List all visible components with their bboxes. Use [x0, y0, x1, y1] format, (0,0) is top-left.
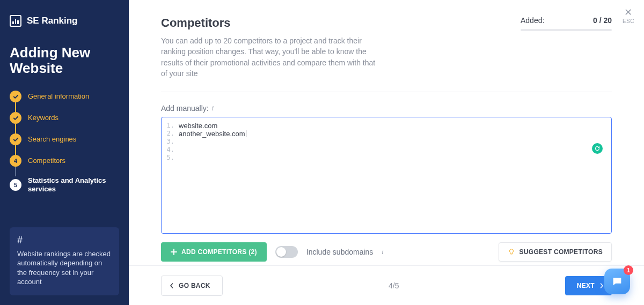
content-area: Competitors You can add up to 20 competi… — [129, 0, 644, 265]
step-label: Keywords — [28, 114, 58, 122]
check-icon — [10, 112, 21, 124]
step-search-engines[interactable]: Search engines — [10, 133, 119, 145]
editor-actions: ADD COMPETITORS (2) Include subdomains i… — [161, 242, 612, 262]
add-competitors-button[interactable]: ADD COMPETITORS (2) — [161, 242, 267, 262]
editor-lines: website.com another_website.com — [177, 117, 611, 233]
suggest-competitors-button[interactable]: SUGGEST COMPETITORS — [499, 242, 612, 262]
suggest-competitors-label: SUGGEST COMPETITORS — [519, 248, 603, 256]
step-connector — [15, 145, 16, 155]
tip-text: Website rankings are checked automatical… — [17, 249, 112, 287]
added-counter: Added: 0 / 20 — [521, 16, 612, 31]
chat-unread-badge: 1 — [624, 265, 633, 275]
brand-name: SE Ranking — [27, 16, 77, 26]
chat-icon — [611, 276, 623, 287]
line-gutter: 1.2.3.4.5. — [162, 117, 177, 233]
brand-logo-icon — [10, 15, 21, 27]
chevron-left-icon — [169, 283, 174, 288]
step-statistics-services[interactable]: 5 Statistics and Analytics services — [10, 176, 119, 194]
editor-line: website.com — [179, 122, 606, 130]
step-label: Competitors — [28, 157, 65, 165]
competitors-textarea[interactable]: 1.2.3.4.5. website.com another_website.c… — [161, 117, 612, 234]
wizard-title: Adding New Website — [10, 45, 119, 76]
toggle-knob — [276, 247, 286, 257]
check-icon — [10, 91, 21, 102]
chevron-right-icon — [599, 283, 604, 288]
step-keywords[interactable]: Keywords — [10, 112, 119, 124]
step-connector — [15, 124, 16, 133]
step-pager: 4/5 — [389, 281, 399, 290]
step-number-icon: 4 — [10, 155, 21, 167]
step-label: Statistics and Analytics services — [28, 176, 119, 194]
go-back-button[interactable]: GO BACK — [161, 276, 223, 296]
step-number-icon: 5 — [10, 179, 21, 191]
step-label: General information — [28, 92, 89, 101]
editor-line: another_website.com — [179, 130, 606, 138]
lightbulb-icon — [508, 248, 515, 256]
wizard-steps: General information Keywords Search engi… — [10, 91, 119, 194]
chat-widget-button[interactable]: 1 — [604, 269, 630, 294]
wizard-sidebar: SE Ranking Adding New Website General in… — [0, 0, 129, 305]
step-connector — [15, 167, 16, 176]
divider — [161, 92, 612, 92]
main-panel: ✕ ESC Competitors You can add up to 20 c… — [129, 0, 644, 305]
page-title: Competitors — [161, 16, 376, 30]
plus-icon — [171, 249, 177, 255]
added-count: 0 / 20 — [593, 16, 612, 25]
manual-input-label: Add manually: i — [161, 104, 612, 113]
info-icon[interactable]: i — [212, 105, 214, 113]
include-subdomains-label: Include subdomains — [306, 248, 374, 256]
check-icon — [10, 133, 21, 145]
step-label: Search engines — [28, 135, 76, 144]
page-subtitle: You can add up to 20 competitors to a pr… — [161, 35, 376, 79]
sidebar-tip: # Website rankings are checked automatic… — [10, 227, 119, 295]
hash-icon: # — [17, 235, 112, 246]
wizard-footer: GO BACK 4/5 NEXT — [129, 265, 644, 305]
brand: SE Ranking — [10, 15, 119, 27]
step-competitors[interactable]: 4 Competitors — [10, 155, 119, 167]
step-general-information[interactable]: General information — [10, 91, 119, 102]
next-label: NEXT — [577, 282, 595, 289]
info-icon[interactable]: i — [382, 248, 383, 256]
step-connector — [15, 102, 16, 112]
added-label: Added: — [521, 16, 544, 25]
added-progress-bar — [521, 29, 612, 31]
add-competitors-label: ADD COMPETITORS (2) — [181, 248, 257, 256]
include-subdomains-toggle[interactable] — [275, 246, 298, 258]
go-back-label: GO BACK — [179, 282, 210, 289]
